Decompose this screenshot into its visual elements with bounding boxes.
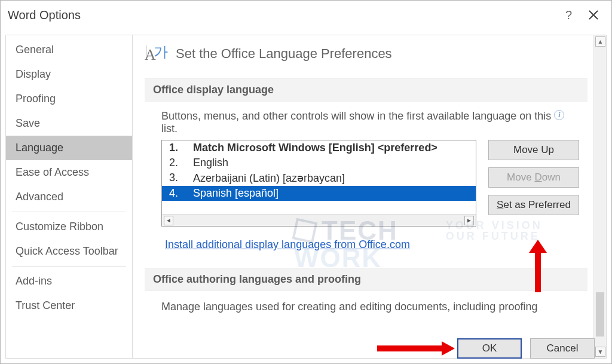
- sidebar-item-general[interactable]: General: [6, 38, 132, 62]
- sidebar-item-language[interactable]: Language: [6, 136, 132, 160]
- scroll-up-icon[interactable]: ▲: [595, 36, 605, 47]
- titlebar: Word Options ?: [1, 1, 611, 29]
- sidebar-divider: [12, 266, 126, 267]
- language-row-1[interactable]: 1. Match Microsoft Windows [English] <pr…: [162, 140, 476, 155]
- install-languages-link[interactable]: Install additional display languages fro…: [165, 238, 410, 251]
- dialog-footer: OK Cancel: [457, 338, 595, 359]
- sidebar-item-save[interactable]: Save: [6, 111, 132, 136]
- page-heading-text: Set the Office Language Preferences: [176, 46, 392, 62]
- help-icon[interactable]: ?: [565, 8, 572, 22]
- content-scroll: A가 Set the Office Language Preferences O…: [133, 35, 593, 358]
- close-icon[interactable]: [589, 10, 598, 20]
- sidebar-divider: [12, 212, 126, 212]
- cancel-button[interactable]: Cancel: [530, 338, 595, 359]
- section-authoring-header: Office authoring languages and proofing: [145, 268, 587, 291]
- language-row-3[interactable]: 3. Azerbaijani (Latin) [azərbaycan]: [162, 170, 476, 186]
- sidebar-item-ease-of-access[interactable]: Ease of Access: [6, 160, 132, 185]
- sidebar-item-quick-access-toolbar[interactable]: Quick Access Toolbar: [6, 239, 132, 264]
- dialog-body: General Display Proofing Save Language E…: [1, 29, 611, 363]
- move-down-button: Move Down: [488, 167, 579, 188]
- section-display-language-header: Office display language: [145, 78, 587, 102]
- language-order-buttons: Move Up Move Down Set as Preferred: [488, 140, 579, 215]
- section-display-language-body: Buttons, menus, and other controls will …: [145, 102, 587, 257]
- display-language-listbox[interactable]: 1. Match Microsoft Windows [English] <pr…: [161, 140, 476, 227]
- sidebar-item-display[interactable]: Display: [6, 62, 132, 87]
- language-row-4[interactable]: 4. Spanish [español]: [162, 186, 476, 201]
- scroll-right-icon[interactable]: ►: [464, 216, 474, 225]
- language-icon: A가: [145, 44, 167, 64]
- scroll-down-icon[interactable]: ▼: [595, 347, 605, 357]
- authoring-description: Manage languages used for creating and e…: [145, 291, 587, 317]
- page-heading: A가 Set the Office Language Preferences: [145, 44, 587, 64]
- sidebar: General Display Proofing Save Language E…: [5, 35, 133, 359]
- move-up-button[interactable]: Move Up: [488, 140, 579, 160]
- word-options-window: Word Options ? General Display Proofing …: [0, 0, 612, 364]
- scrollbar-thumb[interactable]: [596, 292, 604, 337]
- sidebar-item-customize-ribbon[interactable]: Customize Ribbon: [6, 215, 132, 239]
- sidebar-item-advanced[interactable]: Advanced: [6, 185, 132, 209]
- scroll-left-icon[interactable]: ◄: [164, 216, 173, 225]
- ok-button[interactable]: OK: [457, 338, 522, 359]
- vertical-scrollbar[interactable]: ▲ ▼: [593, 35, 606, 358]
- language-row-2[interactable]: 2. English: [162, 155, 476, 170]
- sidebar-item-add-ins[interactable]: Add-ins: [6, 269, 132, 293]
- sidebar-item-trust-center[interactable]: Trust Center: [6, 293, 132, 318]
- set-as-preferred-button[interactable]: Set as Preferred: [488, 195, 579, 215]
- display-language-description: Buttons, menus, and other controls will …: [161, 110, 579, 135]
- window-title: Word Options: [8, 8, 81, 22]
- sidebar-item-proofing[interactable]: Proofing: [6, 87, 132, 111]
- content-area: TECH YOUR VISION OUR FUTURE WORK A가 Set …: [133, 35, 607, 359]
- info-icon[interactable]: i: [554, 110, 564, 120]
- listbox-horizontal-scroll[interactable]: ◄ ►: [162, 214, 476, 226]
